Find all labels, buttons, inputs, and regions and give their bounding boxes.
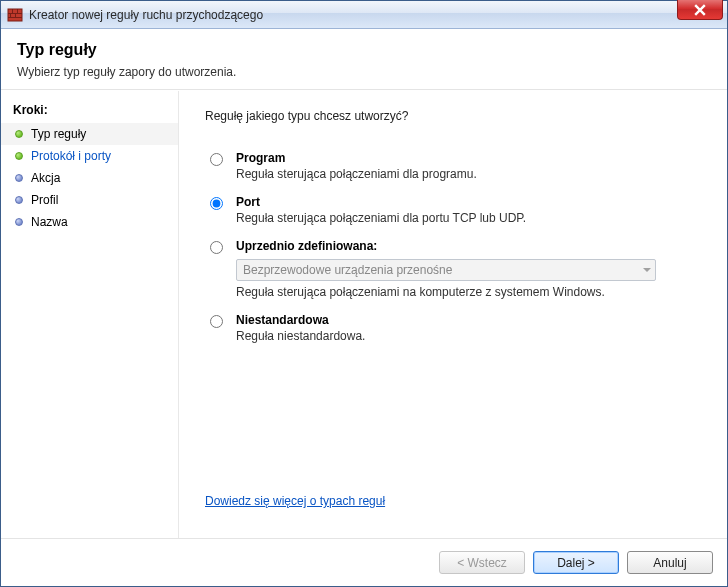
option-port[interactable]: Port Reguła sterująca połączeniami dla p… <box>205 195 703 225</box>
next-button[interactable]: Dalej > <box>533 551 619 574</box>
step-bullet-icon <box>15 130 23 138</box>
radio-custom[interactable] <box>210 315 223 328</box>
step-name[interactable]: Nazwa <box>1 211 178 233</box>
step-bullet-icon <box>15 196 23 204</box>
svg-rect-2 <box>8 17 22 18</box>
step-label: Typ reguły <box>31 127 86 141</box>
back-button: < Wstecz <box>439 551 525 574</box>
header: Typ reguły Wybierz typ reguły zapory do … <box>1 29 727 90</box>
body: Kroki: Typ reguły Protokół i porty Akcja… <box>1 90 727 538</box>
svg-rect-1 <box>8 13 22 14</box>
step-label: Akcja <box>31 171 60 185</box>
steps-heading: Kroki: <box>1 99 178 123</box>
combo-value: Bezprzewodowe urządzenia przenośne <box>243 263 452 277</box>
step-profile[interactable]: Profil <box>1 189 178 211</box>
step-action[interactable]: Akcja <box>1 167 178 189</box>
step-bullet-icon <box>15 152 23 160</box>
option-title: Uprzednio zdefiniowana: <box>236 239 703 253</box>
svg-rect-6 <box>15 14 16 17</box>
page-subtitle: Wybierz typ reguły zapory do utworzenia. <box>17 65 711 79</box>
prompt-text: Regułę jakiego typu chcesz utworzyć? <box>205 109 703 123</box>
option-desc: Reguła sterująca połączeniami na kompute… <box>236 285 703 299</box>
option-title: Niestandardowa <box>236 313 703 327</box>
option-program[interactable]: Program Reguła sterująca połączeniami dl… <box>205 151 703 181</box>
svg-rect-5 <box>10 14 11 17</box>
step-protocol-ports[interactable]: Protokół i porty <box>1 145 178 167</box>
close-icon <box>694 4 706 16</box>
step-label: Profil <box>31 193 58 207</box>
cancel-button[interactable]: Anuluj <box>627 551 713 574</box>
option-desc: Reguła niestandardowa. <box>236 329 703 343</box>
radio-port[interactable] <box>210 197 223 210</box>
window-title: Kreator nowej reguły ruchu przychodząceg… <box>29 8 263 22</box>
learn-more-link[interactable]: Dowiedz się więcej o typach reguł <box>205 494 703 508</box>
steps-sidebar: Kroki: Typ reguły Protokół i porty Akcja… <box>1 91 179 538</box>
chevron-down-icon <box>643 268 651 272</box>
svg-rect-4 <box>17 9 18 13</box>
option-predefined[interactable]: Uprzednio zdefiniowana: Bezprzewodowe ur… <box>205 239 703 299</box>
titlebar: Kreator nowej reguły ruchu przychodząceg… <box>1 1 727 29</box>
predefined-combo[interactable]: Bezprzewodowe urządzenia przenośne <box>236 259 656 281</box>
option-title: Program <box>236 151 703 165</box>
step-label: Protokół i porty <box>31 149 111 163</box>
page-title: Typ reguły <box>17 41 711 59</box>
step-label: Nazwa <box>31 215 68 229</box>
content-pane: Regułę jakiego typu chcesz utworzyć? Pro… <box>179 91 727 538</box>
step-bullet-icon <box>15 174 23 182</box>
option-custom[interactable]: Niestandardowa Reguła niestandardowa. <box>205 313 703 343</box>
step-bullet-icon <box>15 218 23 226</box>
wizard-window: Kreator nowej reguły ruchu przychodząceg… <box>0 0 728 587</box>
step-rule-type[interactable]: Typ reguły <box>1 123 178 145</box>
firewall-icon <box>7 7 23 23</box>
radio-predefined[interactable] <box>210 241 223 254</box>
footer: < Wstecz Dalej > Anuluj <box>1 538 727 586</box>
close-button[interactable] <box>677 0 723 20</box>
option-desc: Reguła sterująca połączeniami dla portu … <box>236 211 703 225</box>
svg-rect-3 <box>12 9 13 13</box>
option-title: Port <box>236 195 703 209</box>
radio-program[interactable] <box>210 153 223 166</box>
option-desc: Reguła sterująca połączeniami dla progra… <box>236 167 703 181</box>
